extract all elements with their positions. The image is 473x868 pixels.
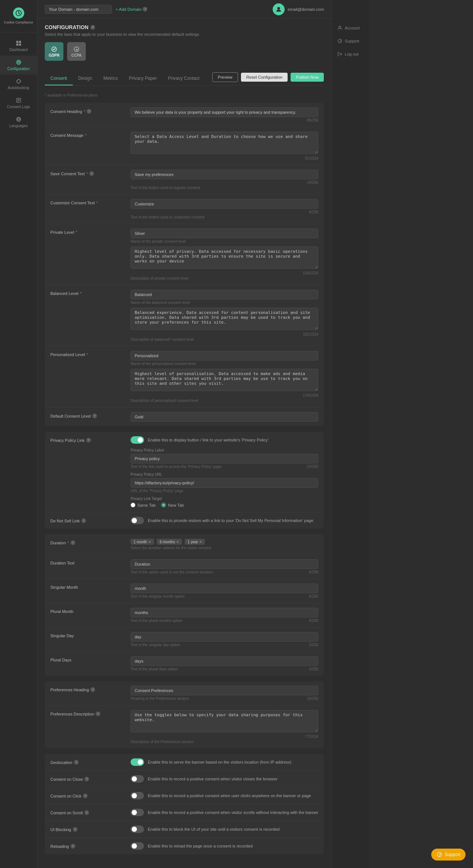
consent-message-field: Select a Data Access Level and Duration … (131, 132, 318, 160)
duration-label: Duration * ? (50, 539, 125, 545)
pp-target-new-tab[interactable]: New Tab (161, 503, 184, 507)
support-link[interactable]: Support (335, 35, 365, 47)
pp-url-input[interactable] (131, 478, 318, 488)
topbar: Your Domain - domain.com + Add Domain ? … (37, 0, 331, 19)
personalized-level-desc-hint: Description of personalized consent leve… (131, 399, 318, 403)
ui-blocking-info[interactable]: ? (73, 827, 78, 832)
sidebar-item-dashboard[interactable]: Dashboard (0, 37, 37, 56)
tab-consent[interactable]: Consent (45, 72, 73, 85)
privacy-policy-info[interactable]: ? (86, 438, 91, 443)
duration-text-field: Text of the option used to set the conse… (131, 559, 318, 574)
duration-tag-1month[interactable]: 1 month × (131, 539, 154, 545)
personalized-level-name-input[interactable] (131, 351, 318, 361)
form-row-private-level: Private Level * Name of the private cons… (45, 224, 324, 285)
consent-on-scroll-toggle[interactable] (131, 809, 144, 816)
consent-on-scroll-info[interactable]: ? (84, 810, 89, 815)
duration-text-input[interactable] (131, 559, 318, 569)
duration-tag-1year[interactable]: 1 year × (185, 539, 205, 545)
private-level-name-input[interactable] (131, 229, 318, 238)
geolocation-toggle[interactable] (131, 758, 144, 766)
do-not-sell-toggle[interactable] (131, 517, 144, 524)
balanced-level-name-hint: Name of the balanced consent level (131, 301, 318, 305)
reloading-toggle[interactable] (131, 842, 144, 850)
tab-metrics[interactable]: Metrics (98, 72, 123, 85)
tab-design[interactable]: Design (73, 72, 98, 85)
ui-blocking-toggle-label: Enable this to block the UI of your site… (148, 827, 279, 831)
sidebar-item-consent-logs[interactable]: Consent Logs (0, 94, 37, 113)
preferences-desc-info[interactable]: ? (95, 711, 100, 716)
preferences-heading-input[interactable] (131, 686, 318, 695)
consent-on-click-toggle[interactable] (131, 792, 144, 799)
logout-link[interactable]: Log out (335, 48, 365, 60)
duration-info[interactable]: ? (71, 540, 75, 545)
singular-month-input[interactable] (131, 584, 318, 593)
form-row-plural-days: Plural Days Text of the plural days opti… (45, 652, 324, 676)
app-name: Cookie Compliance (4, 21, 33, 25)
save-consent-char-count: 19/256 (131, 180, 318, 185)
form-row-preferences-description: Preferences Description ? Use the toggle… (45, 705, 324, 748)
private-level-desc-hint: Description of private consent level (131, 276, 318, 280)
preferences-heading-field: Heading of the Preferences section 19/25… (131, 686, 318, 701)
consent-heading-input[interactable] (131, 107, 318, 117)
sidebar-item-autoblocking[interactable]: Autoblocking (0, 75, 37, 94)
gdpr-badge[interactable]: GDPR (45, 42, 63, 61)
singular-day-input[interactable] (131, 632, 318, 642)
account-link[interactable]: Account (335, 22, 365, 34)
default-consent-select[interactable]: Gold Silver Balanced Personalized (131, 412, 318, 422)
consent-on-scroll-field: Enable this to record a positive consent… (131, 809, 318, 816)
duration-tags: 1 month × 6 months × 1 year × (131, 539, 318, 545)
pp-target-same-tab[interactable]: Same Tab (131, 503, 156, 507)
form-row-consent-on-scroll: Consent on Scroll ? Enable this to recor… (45, 804, 324, 821)
consent-on-close-toggle[interactable] (131, 775, 144, 783)
form-row-plural-month: Plural Month Text of the plural months o… (45, 603, 324, 628)
personalized-level-desc-textarea[interactable]: Highest level of personalisation. Data a… (131, 369, 318, 391)
balanced-level-name-input[interactable] (131, 290, 318, 299)
tab-privacy-contact[interactable]: Privacy Contact (162, 72, 205, 85)
privacy-policy-toggle[interactable] (131, 436, 144, 444)
sidebar-item-languages[interactable]: Languages (0, 113, 37, 132)
add-domain-link[interactable]: + Add Domain ? (116, 7, 147, 12)
reloading-info[interactable]: ? (71, 844, 75, 849)
sidebar-item-configuration[interactable]: Configuration (0, 56, 37, 75)
ui-blocking-toggle[interactable] (131, 825, 144, 833)
consent-heading-info[interactable]: ? (87, 109, 91, 114)
consent-on-close-info[interactable]: ? (84, 777, 89, 781)
geolocation-field: Enable this to serve the banner based on… (131, 758, 318, 766)
form-row-singular-month: Singular Month Text of the singular mont… (45, 579, 324, 603)
duration-tag-6months[interactable]: 6 months × (157, 539, 182, 545)
customize-consent-input[interactable] (131, 199, 318, 209)
balanced-level-desc-textarea[interactable]: Balanced experience. Data accessed for c… (131, 308, 318, 330)
geolocation-label: Geolocation ? (50, 758, 125, 765)
config-info-icon[interactable]: ? (90, 25, 95, 30)
pp-label-input[interactable] (131, 454, 318, 463)
save-consent-input[interactable] (131, 170, 318, 179)
preview-button[interactable]: Preview (212, 72, 238, 82)
add-domain-info-icon[interactable]: ? (142, 7, 147, 12)
consent-on-click-info[interactable]: ? (83, 793, 88, 798)
sidebar-logo: Cookie Compliance (0, 4, 37, 33)
reset-button[interactable]: Reset Configuration (241, 73, 288, 82)
plural-month-input[interactable] (131, 608, 318, 617)
private-level-desc-textarea[interactable]: Highest level of privacy. Data accessed … (131, 246, 318, 269)
user-area: email@domain.com (273, 3, 324, 15)
preferences-heading-label: Preferences Heading ? (50, 686, 125, 692)
do-not-sell-info[interactable]: ? (81, 518, 86, 523)
geolocation-info[interactable]: ? (74, 760, 79, 765)
plural-month-hint: Text of the plural months option (131, 619, 182, 623)
tab-privacy-paper[interactable]: Privacy Paper (123, 72, 163, 85)
plural-days-input[interactable] (131, 656, 318, 666)
save-consent-info[interactable]: ? (89, 171, 94, 176)
plural-days-char-count: 4/256 (309, 667, 318, 671)
consent-message-textarea[interactable]: Select a Data Access Level and Duration … (131, 132, 318, 154)
support-float-button[interactable]: Support (431, 849, 466, 861)
form-row-personalized-level: Personalized Level * Name of the persona… (45, 346, 324, 408)
publish-button[interactable]: Publish Now (291, 73, 324, 82)
preferences-description-textarea[interactable]: Use the toggles below to specify your da… (131, 710, 318, 732)
default-consent-info[interactable]: ? (92, 413, 97, 418)
pp-target-label: Privacy Link Target (131, 497, 318, 501)
ccpa-badge[interactable]: ★ CCPA (67, 42, 86, 61)
form-row-do-not-sell: Do Not Sell Link ? Enable this to provid… (45, 512, 324, 529)
plural-month-label: Plural Month (50, 608, 125, 614)
domain-select[interactable]: Your Domain - domain.com (45, 5, 112, 14)
preferences-heading-info[interactable]: ? (90, 687, 95, 692)
